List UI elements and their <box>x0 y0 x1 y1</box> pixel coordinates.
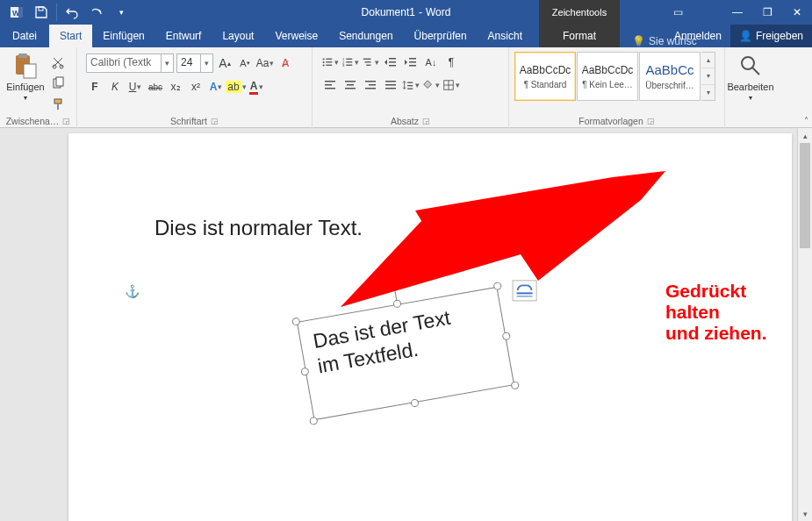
superscript-icon[interactable]: x² <box>187 78 205 96</box>
sort-icon[interactable]: A↓ <box>422 54 440 71</box>
strikethrough-icon[interactable]: abc <box>147 78 164 96</box>
textbox-shape[interactable]: Das ist der Text im Textfeld. <box>297 287 514 421</box>
style-swatch-heading1[interactable]: AaBbCc Überschrif… <box>639 52 701 101</box>
resize-handle-b[interactable] <box>410 398 419 407</box>
minimize-button[interactable]: — <box>722 0 752 25</box>
dialog-launcher-icon[interactable]: ◲ <box>422 117 430 125</box>
svg-point-52 <box>742 57 754 69</box>
chevron-down-icon[interactable]: ▾ <box>161 54 173 72</box>
maximize-button[interactable]: ❐ <box>752 0 782 25</box>
numbering-icon[interactable]: 123▾ <box>341 54 359 71</box>
textbox-content[interactable]: Das ist der Text im Textfeld. <box>297 287 514 421</box>
close-button[interactable]: ✕ <box>782 0 812 25</box>
gallery-more-icon[interactable]: ▾ <box>701 85 715 100</box>
editing-button[interactable]: Bearbeiten ▾ <box>730 50 771 114</box>
format-painter-icon[interactable] <box>49 96 67 113</box>
shrink-font-icon[interactable]: A▾ <box>236 54 254 72</box>
redo-icon[interactable] <box>85 1 108 24</box>
paste-button[interactable]: Einfügen ▾ <box>5 50 46 114</box>
tab-references[interactable]: Verweise <box>264 25 328 47</box>
body-text[interactable]: Dies ist normaler Text. <box>154 216 363 240</box>
italic-icon[interactable]: K <box>106 78 124 96</box>
increase-indent-icon[interactable] <box>402 54 420 71</box>
resize-handle-tr[interactable] <box>493 282 502 290</box>
svg-rect-32 <box>409 61 416 63</box>
tab-view[interactable]: Ansicht <box>478 25 533 47</box>
paste-label: Einfügen <box>6 82 44 92</box>
anchor-icon[interactable]: ⚓ <box>125 284 140 298</box>
justify-icon[interactable] <box>382 76 399 94</box>
layout-options-icon[interactable] <box>513 280 537 301</box>
scroll-up-icon[interactable]: ▴ <box>798 128 812 143</box>
page[interactable]: Dies ist normaler Text. ⚓ Das ist der Te… <box>68 133 792 521</box>
group-styles: AaBbCcDc ¶ Standard AaBbCcDc ¶ Kein Lee…… <box>509 47 725 128</box>
tab-design[interactable]: Entwurf <box>155 25 212 47</box>
font-size-value: 24 <box>177 54 200 72</box>
underline-icon[interactable]: U▾ <box>126 78 144 96</box>
show-marks-icon[interactable]: ¶ <box>442 54 460 71</box>
cut-icon[interactable] <box>49 54 67 71</box>
copy-icon[interactable] <box>49 75 67 92</box>
resize-handle-r[interactable] <box>502 332 511 340</box>
svg-point-17 <box>323 64 325 66</box>
svg-rect-43 <box>385 81 396 82</box>
decrease-indent-icon[interactable] <box>382 54 399 71</box>
ribbon-display-options-icon[interactable]: ▭ <box>663 0 693 25</box>
share-button[interactable]: 👤 Freigeben <box>730 25 812 47</box>
font-size-combo[interactable]: 24▾ <box>176 54 213 73</box>
save-icon[interactable] <box>30 1 53 24</box>
scroll-track[interactable] <box>798 143 812 506</box>
annotation-l2: und ziehen. <box>665 323 792 344</box>
subscript-icon[interactable]: x₂ <box>167 78 184 96</box>
tab-layout[interactable]: Layout <box>212 25 264 47</box>
undo-icon[interactable] <box>61 1 83 24</box>
highlight-icon[interactable]: ab▾ <box>227 78 245 96</box>
tab-file[interactable]: Datei <box>0 25 49 47</box>
svg-rect-48 <box>407 89 413 89</box>
tab-mailings[interactable]: Sendungen <box>328 25 403 47</box>
resize-handle-br[interactable] <box>511 381 520 389</box>
align-center-icon[interactable] <box>341 76 359 94</box>
multilevel-list-icon[interactable]: ▾ <box>362 54 379 71</box>
svg-rect-6 <box>24 64 36 78</box>
scroll-down-icon[interactable]: ▾ <box>798 506 812 521</box>
tab-format[interactable]: Format <box>539 25 620 47</box>
align-left-icon[interactable] <box>321 76 339 94</box>
change-case-icon[interactable]: Aa▾ <box>256 54 274 72</box>
dialog-launcher-icon[interactable]: ◲ <box>647 117 655 125</box>
align-right-icon[interactable] <box>362 76 379 94</box>
shading-icon[interactable]: ▾ <box>422 76 440 94</box>
dialog-launcher-icon[interactable]: ◲ <box>62 117 70 125</box>
resize-handle-bl[interactable] <box>309 417 318 425</box>
rotate-handle[interactable] <box>384 274 401 290</box>
grow-font-icon[interactable]: A▴ <box>216 54 234 72</box>
vertical-scrollbar[interactable]: ▴ ▾ <box>797 128 812 521</box>
separator <box>56 4 57 21</box>
svg-rect-35 <box>325 84 332 86</box>
word-app-icon[interactable]: W <box>5 1 28 24</box>
style-swatch-nospacing[interactable]: AaBbCcDc ¶ Kein Lee… <box>577 52 638 101</box>
gallery-down-icon[interactable]: ▾ <box>701 68 715 84</box>
ribbon-tab-bar: Datei Start Einfügen Entwurf Layout Verw… <box>0 25 812 47</box>
collapse-ribbon-icon[interactable]: ˄ <box>804 116 808 125</box>
line-spacing-icon[interactable]: ▾ <box>402 76 420 94</box>
scroll-thumb[interactable] <box>800 143 810 248</box>
bold-icon[interactable]: F <box>86 78 104 96</box>
tab-review[interactable]: Überprüfen <box>404 25 478 47</box>
clear-formatting-icon[interactable]: A̷ <box>277 54 294 72</box>
dialog-launcher-icon[interactable]: ◲ <box>211 117 219 125</box>
tab-home[interactable]: Start <box>49 25 92 47</box>
svg-point-15 <box>323 61 325 63</box>
qat-customize-icon[interactable]: ▾ <box>110 1 133 24</box>
font-color-icon[interactable]: A▾ <box>248 78 265 96</box>
gallery-up-icon[interactable]: ▴ <box>701 53 715 68</box>
signin-button[interactable]: Anmelden <box>665 25 730 47</box>
editing-label: Bearbeiten <box>727 82 773 92</box>
style-swatch-standard[interactable]: AaBbCcDc ¶ Standard <box>514 52 576 101</box>
borders-icon[interactable]: ▾ <box>442 76 460 94</box>
tab-insert[interactable]: Einfügen <box>92 25 154 47</box>
bullets-icon[interactable]: ▾ <box>321 54 339 71</box>
font-name-combo[interactable]: Calibri (Textk▾ <box>86 54 174 73</box>
text-effects-icon[interactable]: A▾ <box>207 78 225 96</box>
chevron-down-icon[interactable]: ▾ <box>200 54 212 72</box>
